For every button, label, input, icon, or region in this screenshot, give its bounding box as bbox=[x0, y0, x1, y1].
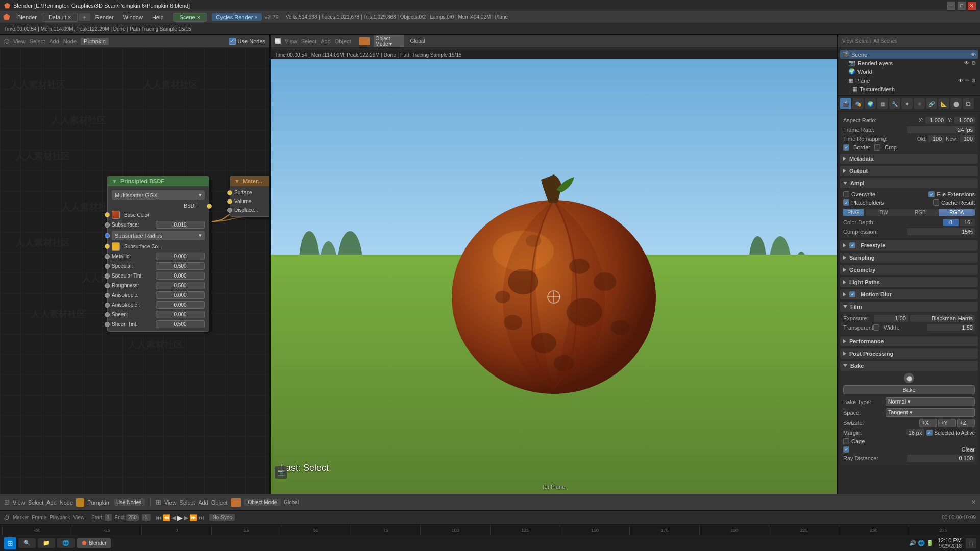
output-section-header[interactable]: Output bbox=[840, 166, 978, 176]
subsurface-radius-dropdown[interactable]: Subsurface Radius ▾ bbox=[112, 231, 205, 240]
end-frame-val[interactable]: 250 bbox=[126, 514, 139, 521]
exposure-val[interactable]: 1.00 bbox=[874, 315, 909, 322]
anisotropic2-value[interactable]: 0.000 bbox=[156, 301, 205, 309]
specular-tint-value[interactable]: 0.000 bbox=[156, 272, 205, 280]
material-output-node[interactable]: ▼ Mater... Surface Volume bbox=[230, 176, 271, 217]
minimize-button[interactable]: ─ bbox=[947, 2, 955, 10]
color-mode-control[interactable]: BW RGB RGBA bbox=[866, 209, 975, 216]
bsdf-collapse-icon[interactable]: ▼ bbox=[112, 178, 117, 184]
viewport-object-menu[interactable]: Object bbox=[335, 38, 351, 44]
border-checkbox[interactable]: ✓ bbox=[843, 144, 849, 151]
scene-tab[interactable]: Scene × bbox=[173, 13, 207, 22]
base-color-swatch[interactable] bbox=[112, 211, 120, 219]
prev-frame-btn[interactable]: ◀ bbox=[172, 514, 176, 521]
color-depth-16[interactable]: 16 bbox=[960, 219, 975, 226]
next-frame-btn[interactable]: ▶ bbox=[184, 514, 188, 521]
rgb-btn[interactable]: RGB bbox=[902, 209, 938, 216]
viewport-camera-icon[interactable]: 📷 bbox=[275, 466, 287, 479]
physics-properties-icon[interactable]: ⚛ bbox=[914, 98, 925, 109]
timeline-frame-menu[interactable]: Frame bbox=[32, 515, 46, 520]
bake-type-select[interactable]: Normal ▾ bbox=[886, 397, 975, 406]
viewport-select-menu[interactable]: Select bbox=[301, 38, 317, 44]
menu-help[interactable]: Help bbox=[148, 13, 168, 21]
particles-properties-icon[interactable]: ✦ bbox=[901, 98, 913, 109]
viewport-add-menu[interactable]: Add bbox=[321, 38, 331, 44]
swizzle-y[interactable]: +Y bbox=[938, 419, 956, 427]
scene-hierarchy-item-scene[interactable]: 🎬 Scene 👁 bbox=[840, 50, 978, 59]
toolbar-node[interactable]: Node bbox=[60, 499, 73, 506]
png-btn[interactable]: PNG bbox=[843, 209, 864, 216]
space-select[interactable]: Tangent ▾ bbox=[886, 408, 975, 417]
compression-val[interactable]: 15% bbox=[907, 228, 975, 235]
constraints-properties-icon[interactable]: 🔗 bbox=[926, 98, 937, 109]
menu-blender[interactable]: Blender bbox=[13, 13, 41, 21]
roughness-value[interactable]: 0.500 bbox=[156, 282, 205, 289]
freestyle-enabled-checkbox[interactable]: ✓ bbox=[849, 242, 855, 248]
subsurface-color-swatch[interactable] bbox=[112, 242, 120, 251]
ampi-section-header[interactable]: Ampi bbox=[840, 178, 978, 188]
sync-mode-btn[interactable]: No Sync bbox=[209, 514, 235, 521]
data-properties-icon[interactable]: 📐 bbox=[938, 98, 949, 109]
next-keyframe-btn[interactable]: ⏩ bbox=[189, 514, 197, 521]
search-prop[interactable]: Search bbox=[855, 38, 872, 44]
fps-val[interactable]: 24 fps bbox=[907, 126, 975, 133]
plane-edit-icon[interactable]: ✏ bbox=[965, 78, 969, 83]
start-frame-val[interactable]: 1 bbox=[105, 514, 112, 521]
viewport-render-area[interactable]: Last: Select (1) Plane 📷 bbox=[271, 59, 837, 494]
node-name-label[interactable]: Pumpkin bbox=[81, 38, 109, 45]
scene-hierarchy-item-texturedmesh[interactable]: ▦ TexturedMesh bbox=[840, 85, 978, 93]
sheen-tint-value[interactable]: 0.500 bbox=[156, 320, 205, 328]
viewport-toolbar-icon[interactable]: ⊞ bbox=[156, 498, 161, 506]
use-nodes-checkbox[interactable]: ✓ bbox=[229, 38, 236, 45]
viewport-view-menu[interactable]: View bbox=[285, 38, 297, 44]
rgba-btn[interactable]: RGBA bbox=[939, 209, 975, 216]
add-menu[interactable]: Add bbox=[49, 38, 59, 44]
renderlayers-vis-icon[interactable]: 👁 bbox=[964, 60, 969, 66]
selected-to-active-checkbox[interactable]: ✓ bbox=[926, 430, 933, 436]
modifier-properties-icon[interactable]: 🔧 bbox=[889, 98, 900, 109]
render-properties-icon[interactable]: 🎬 bbox=[840, 98, 851, 109]
sheen-value[interactable]: 0.000 bbox=[156, 311, 205, 318]
light-paths-section-header[interactable]: Light Paths bbox=[840, 277, 978, 287]
toolbar-pumpkin-label[interactable]: Pumpkin bbox=[87, 499, 109, 506]
menu-render[interactable]: Render bbox=[91, 13, 118, 21]
object-properties-icon[interactable]: ▦ bbox=[877, 98, 888, 109]
cache-result-checkbox[interactable] bbox=[933, 199, 939, 206]
jump-end-btn[interactable]: ⏭ bbox=[198, 514, 204, 521]
viewport-object-color[interactable] bbox=[231, 498, 241, 507]
motion-blur-section-header[interactable]: ✓ Motion Blur bbox=[840, 289, 978, 299]
placeholders-checkbox[interactable]: ✓ bbox=[843, 199, 849, 206]
taskbar-search-btn[interactable]: 🔍 bbox=[18, 538, 36, 548]
new-val[interactable]: 100 bbox=[960, 135, 975, 142]
toolbar-grid-icon[interactable]: ⊞ bbox=[4, 498, 10, 506]
view-menu[interactable]: View bbox=[13, 38, 26, 44]
bake-section-header[interactable]: Bake bbox=[840, 361, 978, 371]
margin-val[interactable]: 16 px bbox=[906, 429, 924, 436]
overwrite-checkbox[interactable] bbox=[843, 191, 849, 197]
use-nodes-control[interactable]: ✓ Use Nodes bbox=[229, 38, 265, 45]
material-output-collapse-icon[interactable]: ▼ bbox=[234, 178, 240, 184]
color-depth-8[interactable]: 8 bbox=[943, 219, 959, 226]
distribution-dropdown[interactable]: Multiscatter GGX ▾ bbox=[112, 190, 205, 200]
scene-vis-icon[interactable]: 👁 bbox=[971, 52, 976, 57]
taskbar-chrome-btn[interactable]: 🌐 bbox=[57, 538, 75, 548]
principled-bsdf-node[interactable]: ▼ Principled BSDF Multiscatter GGX ▾ BSD… bbox=[107, 176, 209, 332]
jump-start-btn[interactable]: ⏮ bbox=[156, 514, 162, 521]
material-color-swatch[interactable] bbox=[76, 498, 84, 507]
object-mode-btn[interactable]: Object Mode bbox=[244, 499, 281, 506]
taskbar-files-btn[interactable]: 📁 bbox=[38, 538, 55, 548]
toolbar-select[interactable]: Select bbox=[28, 499, 44, 506]
sampling-section-header[interactable]: Sampling bbox=[840, 253, 978, 263]
workspace-tab-default[interactable]: Default × bbox=[42, 13, 78, 22]
windows-start-icon[interactable]: ⊞ bbox=[4, 537, 16, 549]
blackman-harris-val[interactable]: Blackman-Harris bbox=[910, 315, 975, 322]
show-desktop-btn[interactable]: □ bbox=[966, 538, 976, 548]
subsurface-value[interactable]: 0.010 bbox=[156, 221, 205, 229]
scene-hierarchy-item-renderlayers[interactable]: 📷 RenderLayers 👁 ⚙ bbox=[840, 59, 978, 67]
y-val[interactable]: 1.000 bbox=[954, 117, 975, 124]
add-workspace-button[interactable]: + bbox=[79, 13, 90, 21]
scene-hierarchy-item-plane[interactable]: ▦ Plane 👁 ✏ ⚙ bbox=[840, 76, 978, 85]
close-btn-viewport[interactable]: ✕ bbox=[971, 499, 976, 506]
ray-distance-val[interactable]: 0.100 bbox=[907, 455, 975, 462]
film-section-header[interactable]: Film bbox=[840, 302, 978, 312]
